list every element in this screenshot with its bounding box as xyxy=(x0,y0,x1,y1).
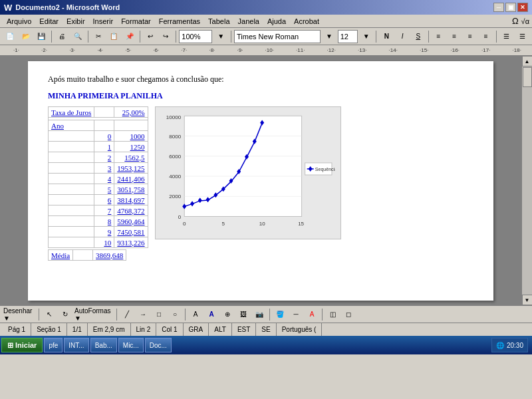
tax-row: Taxa de Juros 25,00% xyxy=(49,107,148,118)
print-button[interactable]: 🖨 xyxy=(55,30,69,43)
menu-arquivo[interactable]: Arquivo xyxy=(3,16,35,27)
sqrt-icon: √α xyxy=(521,17,529,25)
font-size-dropdown[interactable]: ▼ xyxy=(359,30,374,43)
page: Após muito trabalho e suor chegamos à co… xyxy=(28,61,493,301)
diagram-button[interactable]: ⊕ xyxy=(220,308,235,321)
chart-svg: 0 2000 4000 6000 8000 10000 0 5 10 15 xyxy=(161,112,335,233)
intro-text: Após muito trabalho e suor chegamos à co… xyxy=(48,74,473,84)
arrow-button[interactable]: → xyxy=(136,308,150,321)
data-row: 3 1953,125 xyxy=(49,163,148,174)
font-name-dropdown[interactable]: ▼ xyxy=(322,30,336,43)
taskbar-item-doc[interactable]: Doc... xyxy=(145,338,172,352)
start-button[interactable]: ⊞ Iniciar xyxy=(1,338,43,352)
ellipse-button[interactable]: ○ xyxy=(168,308,182,321)
year-label: Ano xyxy=(49,120,94,131)
menu-formatar[interactable]: Formatar xyxy=(117,16,155,27)
se-status: SE xyxy=(256,323,276,336)
line-color-button[interactable]: ─ xyxy=(289,308,303,321)
menu-acrobat[interactable]: Acrobat xyxy=(290,16,323,27)
autoforms-button[interactable]: AutoFormas ▼ xyxy=(74,308,114,321)
taskbar-item-bab[interactable]: Bab... xyxy=(90,338,117,352)
document-area[interactable]: Após muito trabalho e suor chegamos à co… xyxy=(0,56,521,305)
font-name-input[interactable] xyxy=(234,30,321,43)
taskbar-item-mic[interactable]: Mic... xyxy=(118,338,144,352)
bold-button[interactable]: N xyxy=(379,30,394,43)
undo-button[interactable]: ↩ xyxy=(143,30,158,43)
zoom-input[interactable] xyxy=(179,30,212,43)
language-status: Português ( xyxy=(277,323,323,336)
main-content: Após muito trabalho e suor chegamos à co… xyxy=(0,56,532,305)
data-row: 7 4768,372 xyxy=(49,205,148,216)
menu-tabela[interactable]: Tabela xyxy=(204,16,233,27)
omega-icon: Ω xyxy=(512,16,519,26)
wordart-button[interactable]: A xyxy=(204,308,219,321)
scroll-up-button[interactable]: ▲ xyxy=(522,56,533,66)
numbering-button[interactable]: ☰ xyxy=(515,30,529,43)
svg-text:5: 5 xyxy=(221,221,225,227)
cut-button[interactable]: ✂ xyxy=(91,30,106,43)
copy-button[interactable]: 📋 xyxy=(106,30,121,43)
rotate-button[interactable]: ↻ xyxy=(58,308,72,321)
select-button[interactable]: ↖ xyxy=(42,308,57,321)
restore-button[interactable]: ▣ xyxy=(505,3,516,12)
clip-art-button[interactable]: 🖼 xyxy=(236,308,251,321)
word-icon: W xyxy=(4,3,12,13)
menu-ferramentas[interactable]: Ferramentas xyxy=(155,16,204,27)
data-row: 4 2441,406 xyxy=(49,174,148,184)
menu-ajuda[interactable]: Ajuda xyxy=(263,16,290,27)
position-status: Em 2,9 cm xyxy=(88,323,131,336)
align-center-button[interactable]: ≡ xyxy=(447,30,462,43)
scroll-thumb[interactable] xyxy=(523,67,532,87)
line-button[interactable]: ╱ xyxy=(120,308,134,321)
avg-table: Média 3869,648 xyxy=(48,249,126,261)
menu-editar[interactable]: Editar xyxy=(35,16,63,27)
close-button[interactable]: ✕ xyxy=(517,3,528,12)
svg-text:15: 15 xyxy=(298,221,304,227)
sep8 xyxy=(496,31,497,43)
justify-button[interactable]: ≡ xyxy=(479,30,493,43)
scroll-down-button[interactable]: ▼ xyxy=(522,295,533,305)
align-left-button[interactable]: ≡ xyxy=(432,30,446,43)
menu-inserir[interactable]: Inserir xyxy=(89,16,118,27)
image-button[interactable]: 📷 xyxy=(252,308,267,321)
taskbar-item-pfe[interactable]: pfe xyxy=(44,338,63,352)
svg-text:2000: 2000 xyxy=(169,194,181,200)
avg-row: Média 3869,648 xyxy=(49,250,126,261)
paste-button[interactable]: 📌 xyxy=(122,30,137,43)
est-status: EST xyxy=(232,323,256,336)
menubar: Arquivo Editar Exibir Inserir Formatar F… xyxy=(0,15,532,28)
alt-status: ALT xyxy=(209,323,232,336)
taskbar: ⊞ Iniciar pfe INT... Bab... Mic... Doc..… xyxy=(0,336,532,354)
font-color-button[interactable]: A xyxy=(305,308,319,321)
svg-text:10: 10 xyxy=(259,221,265,227)
scroll-track[interactable] xyxy=(522,66,532,295)
save-button[interactable]: 💾 xyxy=(34,30,49,43)
data-row: 0 1000 xyxy=(49,131,148,142)
minimize-button[interactable]: ─ xyxy=(493,3,504,12)
draw-button[interactable]: Desenhar ▼ xyxy=(3,308,36,321)
sep9 xyxy=(39,309,39,321)
open-button[interactable]: 📂 xyxy=(19,30,33,43)
title-text: Documento2 - Microsoft Word xyxy=(15,3,120,11)
vertical-scrollbar[interactable]: ▲ ▼ xyxy=(521,56,532,305)
new-button[interactable]: 📄 xyxy=(3,30,17,43)
menu-janela[interactable]: Janela xyxy=(234,16,263,27)
titlebar-controls[interactable]: ─ ▣ ✕ xyxy=(493,3,528,12)
zoom-dropdown[interactable]: ▼ xyxy=(213,30,228,43)
shadow-button[interactable]: ◫ xyxy=(325,308,340,321)
underline-button[interactable]: S xyxy=(411,30,426,43)
menu-exibir[interactable]: Exibir xyxy=(63,16,89,27)
tax-label: Taxa de Juros xyxy=(49,107,94,118)
preview-button[interactable]: 🔍 xyxy=(70,30,85,43)
bullets-button[interactable]: ☰ xyxy=(499,30,514,43)
rect-button[interactable]: □ xyxy=(152,308,166,321)
taskbar-item-int[interactable]: INT... xyxy=(64,338,88,352)
3d-button[interactable]: ◻ xyxy=(341,308,356,321)
italic-button[interactable]: I xyxy=(395,30,410,43)
font-size-input[interactable] xyxy=(338,30,358,43)
redo-button[interactable]: ↪ xyxy=(159,30,174,43)
align-right-button[interactable]: ≡ xyxy=(463,30,477,43)
fill-color-button[interactable]: 🪣 xyxy=(273,308,287,321)
sep10 xyxy=(116,309,117,321)
textbox-button[interactable]: A xyxy=(188,308,203,321)
